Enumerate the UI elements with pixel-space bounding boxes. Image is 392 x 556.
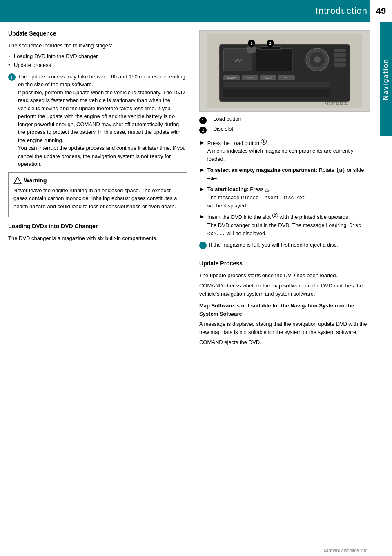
step-select-magazine: ► To select an empty magazine compartmen…	[199, 166, 370, 182]
header-title: Introduction	[316, 6, 368, 16]
update-sequence-intro: The sequence includes the following stag…	[8, 42, 187, 50]
warning-box: ! Warning Never leave the engine running…	[8, 172, 187, 218]
section-divider	[199, 254, 370, 254]
car-dashboard-image: NAVI RADIO DISC NAVI TEL	[199, 30, 370, 112]
left-column: Update Sequence The sequence includes th…	[8, 30, 195, 349]
info-icon: i	[8, 73, 16, 81]
bullet-item: Update process	[8, 61, 187, 69]
header-bar: Introduction 49	[0, 0, 392, 22]
callout-number-1: 1	[199, 117, 207, 124]
arrow-icon: ►	[199, 167, 205, 173]
update-process-text1: The update process starts once the DVD h…	[199, 271, 370, 280]
update-sequence-heading: Update Sequence	[8, 30, 187, 38]
svg-text:P82 87-3792-31: P82 87-3792-31	[325, 102, 348, 105]
svg-rect-10	[334, 49, 346, 52]
svg-text:NAVI: NAVI	[265, 77, 272, 80]
warning-title: Warning	[24, 177, 47, 184]
main-content: Update Sequence The sequence includes th…	[0, 22, 392, 357]
update-sequence-bullets: Loading DVD into the DVD changer Update …	[8, 52, 187, 69]
callout-row-2: 2 Disc slot	[199, 126, 370, 134]
svg-rect-31	[223, 89, 330, 97]
callout-number-2: 2	[199, 127, 207, 134]
svg-text:!: !	[17, 179, 19, 184]
warning-header: ! Warning	[13, 177, 182, 184]
step-text-1: Press the Load button 1.A menu indicates…	[207, 139, 370, 163]
step-start-loading: ► To start loading: Press △.The message …	[199, 185, 370, 209]
svg-text:NAVI: NAVI	[234, 58, 242, 62]
step-press-load: ► Press the Load button 1.A menu indicat…	[199, 139, 370, 163]
svg-text:RADIO: RADIO	[227, 77, 236, 80]
loading-dvds-heading: Loading DVDs into DVD Changer	[8, 223, 187, 231]
bullet-item: Loading DVD into the DVD changer	[8, 52, 187, 60]
step-text-3: To start loading: Press △.The message Pl…	[207, 185, 306, 209]
svg-rect-11	[334, 53, 346, 57]
right-column: NAVI RADIO DISC NAVI TEL	[195, 30, 370, 349]
svg-rect-12	[334, 58, 346, 62]
info-icon-2: i	[199, 242, 207, 249]
info-box-update: i The update process may take between 60…	[8, 73, 187, 168]
svg-text:TEL: TEL	[284, 77, 290, 80]
info-text-magazine: If the magazine is full, you will first …	[209, 241, 338, 249]
arrow-icon: ►	[199, 139, 205, 146]
update-process-text4: COMAND ejects the DVD.	[199, 338, 370, 347]
warning-text: Never leave the engine running in an enc…	[13, 187, 182, 211]
step-text-2: To select an empty magazine compartment:…	[207, 166, 370, 182]
info-box-magazine: i If the magazine is full, you will firs…	[199, 241, 370, 249]
dashboard-svg: NAVI RADIO DISC NAVI TEL	[207, 34, 362, 108]
page-number: 49	[370, 0, 392, 22]
update-process-heading: Update Process	[199, 260, 370, 268]
loading-dvds-text: The DVD changer is a magazine with six b…	[8, 234, 187, 242]
info-text-update: The update process may take between 60 a…	[18, 73, 187, 168]
arrow-icon: ►	[199, 213, 205, 220]
svg-text:DISC: DISC	[247, 77, 254, 80]
page-watermark: carmanualsonline.info	[324, 548, 368, 553]
step-insert-dvd: ► Insert the DVD into the slot 2 with th…	[199, 213, 370, 237]
callout-label-1: Load button	[213, 116, 241, 122]
steps-container: ► Press the Load button 1.A menu indicat…	[199, 139, 370, 238]
callout-row-1: 1 Load button	[199, 116, 370, 124]
warning-triangle-icon: !	[13, 177, 22, 184]
side-tab-navigation: Navigation	[380, 22, 392, 136]
svg-text:2: 2	[269, 42, 271, 46]
svg-rect-13	[334, 63, 346, 67]
map-software-heading: Map Software is not suitable for the Nav…	[199, 302, 370, 318]
step-text-4: Insert the DVD into the slot 2 with the …	[207, 213, 370, 237]
update-process-text2: COMAND checks whether the map software o…	[199, 282, 370, 298]
arrow-icon: ►	[199, 186, 205, 192]
svg-point-9	[314, 56, 321, 63]
svg-rect-30	[223, 82, 330, 87]
svg-text:1: 1	[250, 42, 252, 46]
callout-label-2: Disc slot	[213, 126, 233, 132]
update-process-text3: A message is displayed stating that the …	[199, 320, 370, 336]
svg-rect-6	[256, 49, 293, 71]
